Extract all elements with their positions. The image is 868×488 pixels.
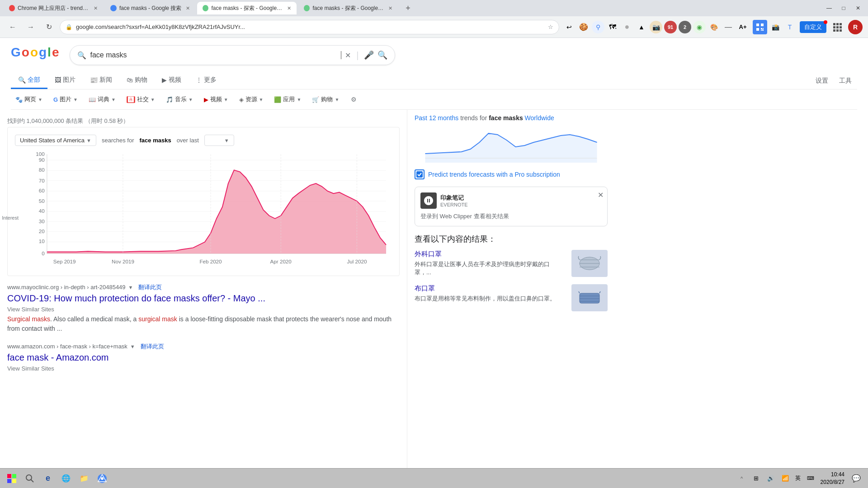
tray-arrow-icon[interactable]: ^ <box>736 472 748 485</box>
ad-title-group: 印象笔记 EVERNOTE <box>440 194 468 207</box>
user-avatar[interactable]: R <box>848 20 863 34</box>
settings-button[interactable]: 设置 <box>810 73 834 89</box>
ext-91-icon[interactable]: 91 <box>664 21 677 33</box>
worldwide-link[interactable]: Worldwide <box>525 114 554 122</box>
ext-2-icon[interactable]: 2 <box>679 21 691 33</box>
ext-circle-icon[interactable]: ◉ <box>693 21 706 33</box>
result-title-1[interactable]: COVID-19: How much protection do face ma… <box>7 292 400 304</box>
tab-title-2: face masks - Google 搜索 <box>119 5 181 12</box>
font-size-icon[interactable]: A+ <box>736 21 749 33</box>
clear-search-button[interactable]: ✕ <box>345 51 351 60</box>
filter-web[interactable]: 🐾 网页 ▼ <box>11 94 47 105</box>
history-icon[interactable]: ↩ <box>563 21 576 33</box>
customize-button[interactable]: 自定义 <box>800 21 826 33</box>
taskbar-folder[interactable]: 📁 <box>76 470 92 487</box>
google-apps-button[interactable] <box>830 20 844 34</box>
desc-highlight-1b: surgical mask <box>138 315 177 323</box>
tab-images[interactable]: 🖼 图片 <box>47 72 83 89</box>
tab-all[interactable]: 🔍 全部 <box>11 72 47 89</box>
refresh-button[interactable]: ↻ <box>42 20 56 34</box>
bookmark-star[interactable]: ☆ <box>548 23 553 30</box>
filter-music[interactable]: 🎵 音乐 ▼ <box>161 94 198 105</box>
result-url-text-1: www.mayoclinic.org › in-depth › art-2048… <box>7 284 126 291</box>
taskbar-chrome[interactable] <box>94 470 110 487</box>
filter-apps[interactable]: 🟩 应用 ▼ <box>269 94 306 105</box>
minimize-button[interactable]: — <box>823 4 835 13</box>
mic-icon[interactable]: 🎤 <box>364 50 374 60</box>
tab-close-4[interactable]: ✕ <box>388 5 392 11</box>
back-button[interactable]: ← <box>5 20 20 34</box>
cookie-icon[interactable]: 🍪 <box>577 21 590 33</box>
ext-icon-1[interactable]: ▲ <box>635 21 648 33</box>
taskbar-ie[interactable]: e <box>40 470 56 487</box>
shopping2-dropdown-icon: ▼ <box>335 97 339 102</box>
tab-2[interactable]: face masks - Google 搜索 ✕ <box>105 2 195 14</box>
ext-palette-icon[interactable]: 🎨 <box>708 21 720 33</box>
tab-news[interactable]: 📰 新闻 <box>83 72 119 89</box>
past12-link[interactable]: Past 12 months <box>415 114 458 122</box>
translate-link-1[interactable]: 翻译此页 <box>138 283 162 291</box>
tools-button[interactable]: 工具 <box>834 73 857 89</box>
result-item-1: www.mayoclinic.org › in-depth › art-2048… <box>7 283 400 333</box>
close-button[interactable]: ✕ <box>852 4 864 13</box>
related-item-link-1[interactable]: 外科口罩 <box>415 250 566 258</box>
svg-rect-1 <box>761 23 764 26</box>
filter-video2[interactable]: ▶ 视频 ▼ <box>199 94 233 105</box>
predict-link[interactable]: Predict trends forecasts with a Pro subs… <box>428 171 560 178</box>
map-icon[interactable]: 🗺 <box>606 21 619 33</box>
translate-link-2[interactable]: 翻译此页 <box>141 343 164 351</box>
tab-videos[interactable]: ▶ 视频 <box>155 72 189 89</box>
search-box[interactable]: 🔍 face masks ✕ | 🎤 🔍 <box>70 45 395 65</box>
maximize-button[interactable]: □ <box>837 4 850 13</box>
google-logo: G o o g l e <box>11 45 59 60</box>
related-item-2: 布口罩 布口罩是用棉等常见布料制作，用以盖住口鼻的口罩。 <box>415 284 608 311</box>
period-dropdown[interactable]: ▼ <box>204 135 234 146</box>
filter-dictionary[interactable]: 📖 词典 ▼ <box>84 94 120 105</box>
taskbar-search[interactable] <box>22 470 38 487</box>
svg-rect-49 <box>416 171 423 178</box>
tray-speaker-icon[interactable]: 🔊 <box>764 472 777 485</box>
tab-shopping[interactable]: 🛍 购物 <box>119 72 155 89</box>
view-similar-1[interactable]: View Similar Sites <box>7 306 400 313</box>
new-tab-button[interactable]: + <box>401 2 414 14</box>
filter-social[interactable]: 🅰 社交 ▼ <box>122 94 160 105</box>
filter-images2[interactable]: G 图片 ▼ <box>49 94 82 105</box>
taskbar-edge[interactable]: 🌐 <box>58 470 74 487</box>
tray-keyboard-icon[interactable]: ⌨ <box>804 472 817 485</box>
translate-icon[interactable]: T <box>783 21 796 33</box>
search-icon-nav[interactable]: ⚲ <box>592 21 604 33</box>
search-submit-button[interactable]: 🔍 <box>377 50 387 60</box>
tab-1[interactable]: Chrome 网上应用店 - trends e... ✕ <box>4 2 103 14</box>
result-title-2[interactable]: face mask - Amazon.com <box>7 352 400 363</box>
forward-button[interactable]: → <box>24 20 38 34</box>
tab-4[interactable]: face masks - 探索 - Google 趋... ✕ <box>298 2 398 14</box>
camera-icon[interactable]: 📷 <box>650 21 662 33</box>
region-dropdown[interactable]: United States of America ▼ <box>15 135 96 146</box>
url-dropdown-2[interactable]: ▼ <box>130 344 135 349</box>
tab-close-1[interactable]: ✕ <box>94 5 98 11</box>
tab-close-2[interactable]: ✕ <box>186 5 190 11</box>
ad-close-button[interactable]: ✕ <box>598 191 604 199</box>
tab-more[interactable]: ⋮ 更多 <box>189 72 224 89</box>
dot-icon[interactable]: ● <box>621 21 633 33</box>
address-bar[interactable]: 🔒 google.com/search?sxsrf=ALeKk01y8K8zVf… <box>60 20 559 34</box>
related-item-link-2[interactable]: 布口罩 <box>415 284 566 293</box>
screenshot-icon[interactable]: 📸 <box>769 21 782 33</box>
tab-close-3[interactable]: ✕ <box>287 5 291 11</box>
dict-dropdown-icon: ▼ <box>111 97 116 102</box>
url-dropdown-1[interactable]: ▼ <box>128 285 133 290</box>
predict-checkbox[interactable] <box>415 169 425 179</box>
start-button[interactable] <box>4 470 20 487</box>
tray-network-icon[interactable]: 📶 <box>779 472 792 485</box>
period-value <box>209 137 222 144</box>
settings-gear-icon[interactable]: ⚙ <box>347 93 360 106</box>
filter-shopping2[interactable]: 🛒 购物 ▼ <box>307 94 344 105</box>
view-similar-2[interactable]: View Similar Sites <box>7 365 400 372</box>
ext-dash-icon[interactable]: — <box>722 21 735 33</box>
chat-button[interactable]: 💬 <box>848 470 864 487</box>
tray-devices-icon[interactable]: ⊞ <box>750 472 763 485</box>
right-panel: Past 12 months trends for face masks Wor… <box>407 110 615 468</box>
filter-resources[interactable]: ◈ 资源 ▼ <box>235 94 268 105</box>
tab-3[interactable]: face masks - 探索 - Google 趋... ✕ <box>197 2 297 14</box>
qr-icon[interactable] <box>753 20 767 34</box>
